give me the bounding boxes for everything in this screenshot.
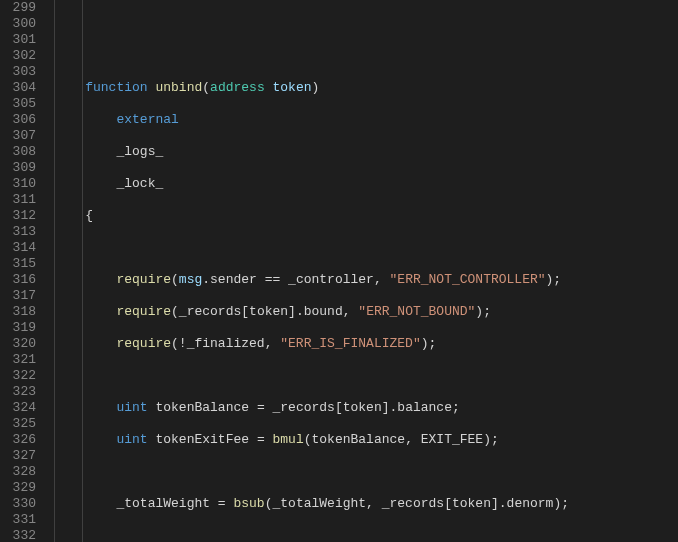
line-number: 325 <box>0 416 36 432</box>
code-line[interactable] <box>54 240 678 256</box>
code-line[interactable] <box>54 368 678 384</box>
line-number: 300 <box>0 16 36 32</box>
line-number: 331 <box>0 512 36 528</box>
code-line[interactable]: require(_records[token].bound, "ERR_NOT_… <box>54 304 678 320</box>
code-line[interactable] <box>54 48 678 64</box>
line-number: 303 <box>0 64 36 80</box>
line-number: 312 <box>0 208 36 224</box>
line-number: 318 <box>0 304 36 320</box>
code-line[interactable] <box>54 464 678 480</box>
line-number: 330 <box>0 496 36 512</box>
line-number: 324 <box>0 400 36 416</box>
line-number: 305 <box>0 96 36 112</box>
line-number: 299 <box>0 0 36 16</box>
code-line[interactable]: _lock_ <box>54 176 678 192</box>
line-number: 316 <box>0 272 36 288</box>
line-number: 307 <box>0 128 36 144</box>
code-line[interactable]: { <box>54 208 678 224</box>
line-number: 309 <box>0 160 36 176</box>
code-line[interactable]: _logs_ <box>54 144 678 160</box>
line-number: 311 <box>0 192 36 208</box>
line-number: 302 <box>0 48 36 64</box>
line-number: 310 <box>0 176 36 192</box>
code-line[interactable] <box>54 528 678 542</box>
line-number: 320 <box>0 336 36 352</box>
code-line[interactable]: require(msg.sender == _controller, "ERR_… <box>54 272 678 288</box>
code-line[interactable]: uint tokenBalance = _records[token].bala… <box>54 400 678 416</box>
code-line[interactable]: function unbind(address token) <box>54 80 678 96</box>
line-number: 301 <box>0 32 36 48</box>
line-number: 306 <box>0 112 36 128</box>
line-number: 313 <box>0 224 36 240</box>
line-number: 314 <box>0 240 36 256</box>
code-line[interactable]: external <box>54 112 678 128</box>
line-number: 308 <box>0 144 36 160</box>
line-number: 322 <box>0 368 36 384</box>
line-number-gutter: 2993003013023033043053063073083093103113… <box>0 0 50 542</box>
code-area[interactable]: function unbind(address token) external … <box>50 0 678 542</box>
line-number: 327 <box>0 448 36 464</box>
line-number: 304 <box>0 80 36 96</box>
line-number: 323 <box>0 384 36 400</box>
code-line[interactable]: require(!_finalized, "ERR_IS_FINALIZED")… <box>54 336 678 352</box>
line-number: 317 <box>0 288 36 304</box>
code-line[interactable]: _totalWeight = bsub(_totalWeight, _recor… <box>54 496 678 512</box>
code-line[interactable]: uint tokenExitFee = bmul(tokenBalance, E… <box>54 432 678 448</box>
line-number: 315 <box>0 256 36 272</box>
line-number: 319 <box>0 320 36 336</box>
line-number: 321 <box>0 352 36 368</box>
line-number: 328 <box>0 464 36 480</box>
line-number: 326 <box>0 432 36 448</box>
line-number: 329 <box>0 480 36 496</box>
line-number: 332 <box>0 528 36 542</box>
code-editor[interactable]: 2993003013023033043053063073083093103113… <box>0 0 678 542</box>
